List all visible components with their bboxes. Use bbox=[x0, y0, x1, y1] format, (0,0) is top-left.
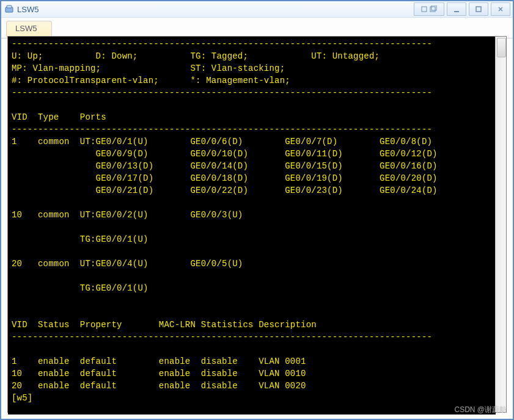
svg-rect-1 bbox=[7, 5, 12, 8]
svg-rect-5 bbox=[454, 11, 459, 12]
app-icon bbox=[5, 5, 13, 13]
vertical-scrollbar[interactable] bbox=[495, 37, 506, 412]
window-title: LSW5 bbox=[17, 5, 39, 14]
svg-rect-4 bbox=[431, 5, 436, 10]
terminal-output[interactable]: ----------------------------------------… bbox=[8, 37, 496, 415]
minimize-button[interactable] bbox=[447, 2, 466, 16]
svg-rect-2 bbox=[422, 7, 427, 12]
terminal-panel: ----------------------------------------… bbox=[7, 36, 507, 413]
tab-lsw5[interactable]: LSW5 bbox=[6, 21, 52, 37]
tab-strip: LSW5 bbox=[1, 18, 513, 38]
window-titlebar: LSW5 bbox=[1, 0, 513, 18]
svg-rect-3 bbox=[430, 7, 435, 12]
scroll-thumb[interactable] bbox=[497, 38, 506, 57]
maximize-button[interactable] bbox=[469, 2, 488, 16]
close-button[interactable] bbox=[491, 2, 510, 16]
aux-button[interactable] bbox=[414, 2, 444, 16]
svg-rect-6 bbox=[476, 7, 481, 12]
